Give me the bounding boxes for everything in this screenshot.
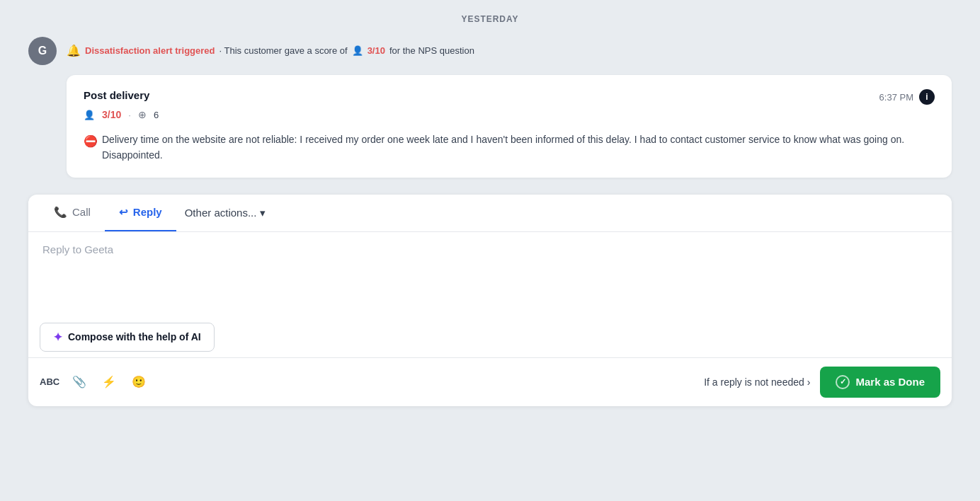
survey-body: ⛔ Delivery time on the website are not r… bbox=[84, 132, 935, 163]
reply-placeholder: Reply to Geeta bbox=[42, 243, 113, 255]
tab-reply[interactable]: ↩ Reply bbox=[105, 195, 176, 231]
lightning-button[interactable]: ⚡ bbox=[99, 372, 119, 392]
info-icon[interactable]: i bbox=[919, 89, 935, 105]
alert-description: · This customer gave a score of bbox=[220, 45, 348, 56]
nps-score: 3/10 bbox=[368, 45, 385, 56]
paperclip-button[interactable]: 📎 bbox=[69, 372, 89, 392]
tab-call[interactable]: 📞 Call bbox=[40, 195, 105, 231]
bell-icon: 🔔 bbox=[67, 44, 81, 57]
compose-ai-label: Compose with the help of AI bbox=[68, 331, 201, 342]
layers-icon: ⊕ bbox=[138, 109, 147, 120]
tab-reply-label: Reply bbox=[133, 206, 162, 218]
footer-tools: ABC 📎 ⚡ 🙂 bbox=[40, 372, 149, 392]
emoji-button[interactable]: 🙂 bbox=[129, 372, 149, 392]
layers-count: 6 bbox=[154, 110, 159, 120]
nps-suffix: for the NPS question bbox=[389, 45, 474, 56]
nps-person-icon: 👤 bbox=[352, 45, 363, 56]
survey-body-text: Delivery time on the website are not rel… bbox=[102, 132, 935, 163]
tab-other-actions[interactable]: Other actions... ▾ bbox=[176, 195, 275, 231]
action-panel: 📞 Call ↩ Reply Other actions... ▾ Reply … bbox=[28, 195, 952, 406]
survey-card-header: Post delivery 6:37 PM i bbox=[84, 89, 935, 105]
alert-title: Dissatisfaction alert triggered bbox=[85, 45, 215, 56]
chevron-down-icon: ▾ bbox=[260, 207, 266, 219]
survey-card: Post delivery 6:37 PM i 👤 3/10 · ⊕ 6 ⛔ D… bbox=[67, 75, 952, 178]
feed-row: G 🔔 Dissatisfaction alert triggered · Th… bbox=[28, 37, 952, 65]
alert-line: 🔔 Dissatisfaction alert triggered · This… bbox=[67, 37, 474, 57]
avatar: G bbox=[28, 37, 57, 65]
ai-sparkle-icon: ✦ bbox=[53, 330, 62, 344]
lightning-icon: ⚡ bbox=[102, 375, 116, 388]
survey-meta: 6:37 PM i bbox=[879, 89, 935, 105]
block-icon: ⛔ bbox=[84, 132, 98, 163]
chevron-right-icon: › bbox=[807, 376, 811, 388]
mark-done-label: Mark as Done bbox=[855, 376, 925, 388]
footer-right: If a reply is not needed › ✓ Mark as Don… bbox=[704, 367, 940, 398]
tab-other-label: Other actions... bbox=[185, 207, 257, 219]
abc-tool[interactable]: ABC bbox=[40, 376, 59, 387]
tab-call-label: Call bbox=[72, 206, 91, 218]
survey-time: 6:37 PM bbox=[879, 92, 913, 103]
not-needed-link[interactable]: If a reply is not needed › bbox=[704, 376, 810, 388]
survey-title: Post delivery bbox=[84, 89, 149, 101]
not-needed-text: If a reply is not needed bbox=[704, 376, 804, 388]
reply-area[interactable]: Reply to Geeta bbox=[28, 232, 952, 317]
date-label: YESTERDAY bbox=[28, 14, 952, 24]
score-person-icon: 👤 bbox=[84, 110, 95, 120]
score-sep: · bbox=[128, 110, 131, 120]
score-value: 3/10 bbox=[102, 109, 121, 120]
emoji-icon: 🙂 bbox=[132, 375, 146, 388]
check-circle-icon: ✓ bbox=[836, 375, 850, 389]
phone-icon: 📞 bbox=[54, 206, 67, 219]
mark-done-button[interactable]: ✓ Mark as Done bbox=[820, 367, 940, 398]
reply-arrow-icon: ↩ bbox=[119, 206, 128, 219]
action-tabs: 📞 Call ↩ Reply Other actions... ▾ bbox=[28, 195, 952, 232]
compose-ai-button[interactable]: ✦ Compose with the help of AI bbox=[40, 323, 215, 352]
action-footer: ABC 📎 ⚡ 🙂 If a reply is not needed › ✓ M… bbox=[28, 357, 952, 406]
survey-scores: 👤 3/10 · ⊕ 6 bbox=[84, 109, 935, 120]
paperclip-icon: 📎 bbox=[72, 375, 86, 388]
